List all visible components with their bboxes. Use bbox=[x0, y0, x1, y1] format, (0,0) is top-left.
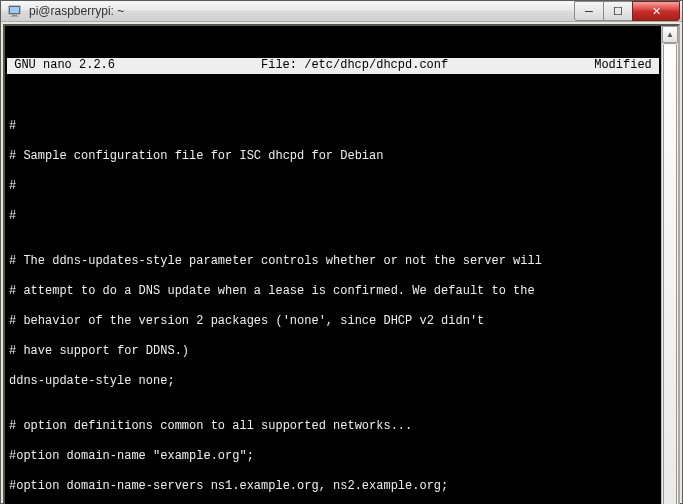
svg-rect-3 bbox=[10, 16, 19, 17]
app-window: pi@raspberrypi: ~ ─ ☐ ✕ GNU nano 2.2.6 F… bbox=[0, 0, 683, 504]
editor-line: # bbox=[9, 179, 659, 194]
editor-line: # Sample configuration file for ISC dhcp… bbox=[9, 149, 659, 164]
editor-line: ddns-update-style none; bbox=[9, 374, 659, 389]
nano-status: Modified bbox=[587, 58, 659, 74]
editor-line: # attempt to do a DNS update when a leas… bbox=[9, 284, 659, 299]
editor-line: # have support for DDNS.) bbox=[9, 344, 659, 359]
svg-rect-2 bbox=[12, 15, 17, 16]
editor-line: # option definitions common to all suppo… bbox=[9, 419, 659, 434]
scroll-thumb[interactable] bbox=[663, 43, 677, 504]
window-title: pi@raspberrypi: ~ bbox=[29, 4, 575, 18]
nano-version: GNU nano 2.2.6 bbox=[7, 58, 122, 74]
terminal[interactable]: GNU nano 2.2.6 File: /etc/dhcp/dhcpd.con… bbox=[5, 26, 661, 504]
svg-rect-1 bbox=[10, 7, 19, 13]
titlebar[interactable]: pi@raspberrypi: ~ ─ ☐ ✕ bbox=[1, 1, 682, 22]
scroll-track[interactable] bbox=[662, 43, 678, 504]
nano-filename: File: /etc/dhcp/dhcpd.conf bbox=[122, 58, 587, 74]
close-button[interactable]: ✕ bbox=[632, 1, 680, 21]
putty-icon bbox=[7, 3, 23, 19]
editor-line: # bbox=[9, 119, 659, 134]
editor-line: # behavior of the version 2 packages ('n… bbox=[9, 314, 659, 329]
editor-line: # bbox=[9, 209, 659, 224]
nano-header: GNU nano 2.2.6 File: /etc/dhcp/dhcpd.con… bbox=[7, 58, 659, 74]
vertical-scrollbar[interactable]: ▲ ▼ bbox=[661, 26, 678, 504]
scroll-up-button[interactable]: ▲ bbox=[662, 26, 678, 43]
editor-line: # The ddns-updates-style parameter contr… bbox=[9, 254, 659, 269]
minimize-button[interactable]: ─ bbox=[574, 1, 604, 21]
terminal-container: GNU nano 2.2.6 File: /etc/dhcp/dhcpd.con… bbox=[3, 24, 680, 504]
maximize-button[interactable]: ☐ bbox=[603, 1, 633, 21]
editor-line: #option domain-name-servers ns1.example.… bbox=[9, 479, 659, 494]
editor-line: #option domain-name "example.org"; bbox=[9, 449, 659, 464]
editor-content[interactable]: # # Sample configuration file for ISC dh… bbox=[7, 104, 659, 504]
window-controls: ─ ☐ ✕ bbox=[575, 1, 680, 21]
